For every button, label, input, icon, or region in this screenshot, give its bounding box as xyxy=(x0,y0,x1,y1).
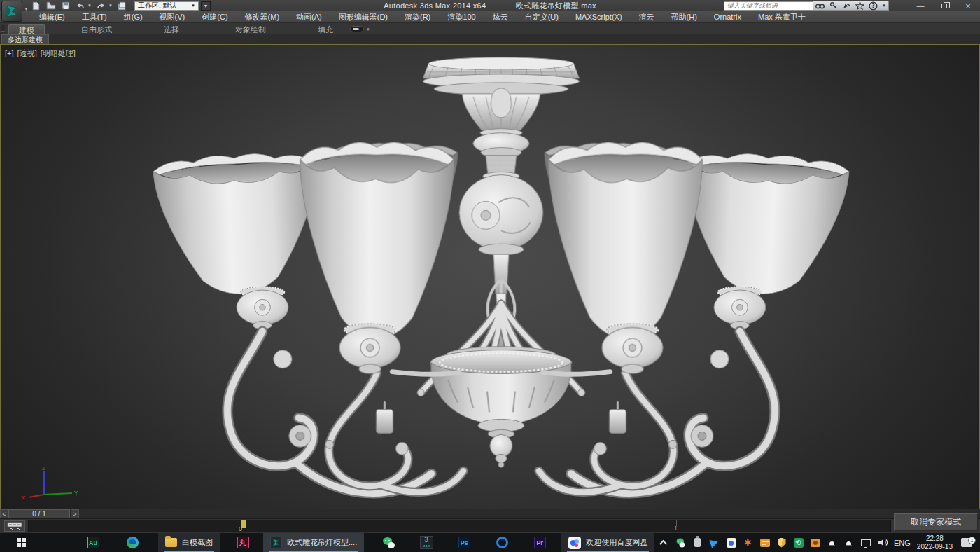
previous-frame-button[interactable]: < xyxy=(0,509,8,518)
mini-curve-editor-button[interactable] xyxy=(4,520,25,532)
save-file-icon[interactable] xyxy=(60,1,71,11)
ribbon-grip[interactable] xyxy=(1,25,5,33)
time-slider-thumb[interactable]: 0 / 1 xyxy=(8,509,70,518)
taskbar-item-blue-ring-app[interactable] xyxy=(486,533,518,552)
qq-icon-2[interactable] xyxy=(844,537,854,548)
redo-caret-icon[interactable]: ▼ xyxy=(108,4,113,8)
taskbar-item-wechat[interactable] xyxy=(372,533,405,552)
network-icon[interactable] xyxy=(860,537,871,548)
taskbar-window-label: 欢迎使用百度网盘 xyxy=(586,537,648,548)
next-frame-button[interactable]: > xyxy=(71,509,79,518)
workspace-selector[interactable]: 工作区: 默认 ▼ ▼ xyxy=(134,1,211,11)
start-button[interactable] xyxy=(6,533,38,552)
menu-rendering[interactable]: 渲染(R) xyxy=(396,11,439,23)
baidu-netdisk-tray-icon[interactable] xyxy=(726,537,736,548)
menu-customize[interactable]: 自定义(U) xyxy=(517,11,567,23)
taskbar-item-wan-toolbox[interactable]: 丸 xyxy=(227,533,259,552)
app-menu-caret-icon[interactable]: ▼ xyxy=(24,6,29,11)
notification-center-icon[interactable]: 1 xyxy=(959,537,974,548)
menu-maxscript[interactable]: MAXScript(X) xyxy=(567,11,631,23)
project-folder-icon[interactable] xyxy=(117,1,127,11)
3dsmax-window: ▼ ▼ ▼ 工作区: 默认 ▼ xyxy=(0,0,980,552)
help-icon[interactable]: ? xyxy=(869,1,878,10)
search-binoculars-icon[interactable] xyxy=(816,1,825,10)
language-indicator[interactable]: ENG xyxy=(894,539,911,547)
ribbon-tab-modeling[interactable]: 建模 xyxy=(8,24,45,34)
docs-arrow-icon[interactable] xyxy=(709,537,720,548)
qq-icon[interactable] xyxy=(827,537,837,548)
taskbar-item-audition[interactable]: Au xyxy=(77,533,109,552)
chandelier-bowl xyxy=(430,347,571,467)
menu-tools[interactable]: 工具(T) xyxy=(74,11,115,23)
wechat-tray-icon[interactable] xyxy=(676,537,686,548)
menu-render100[interactable]: 渲染100 xyxy=(439,11,484,23)
chandelier-shade-right xyxy=(680,151,850,329)
undo-caret-icon[interactable]: ▼ xyxy=(88,4,92,8)
taskbar-clock[interactable]: 22:28 2022-09-13 xyxy=(917,534,953,551)
taskbar-window-label: 欧式雕花吊灯模型.... xyxy=(287,537,357,548)
new-scene-icon[interactable] xyxy=(31,1,41,11)
cancel-expert-mode-button[interactable]: 取消专家模式 xyxy=(894,513,978,531)
ribbon-options-caret-icon[interactable]: ▼ xyxy=(366,27,370,32)
ribbon-tab-populate[interactable]: 填充 xyxy=(308,24,343,34)
axis-x-label: x xyxy=(22,494,26,501)
screenshot-tool-icon[interactable] xyxy=(810,537,820,548)
track-bar[interactable]: 0 1 xyxy=(28,520,891,532)
taskbar-item-screenshot-folder[interactable]: 白模截图 xyxy=(158,533,220,552)
ribbon-minimize-icon[interactable] xyxy=(350,26,364,32)
menu-graph-editors[interactable]: 图形编辑器(D) xyxy=(330,11,396,23)
security-shield-icon[interactable] xyxy=(776,537,787,548)
title-bar[interactable]: ▼ ▼ ▼ 工作区: 默认 ▼ xyxy=(0,0,980,11)
restore-button[interactable] xyxy=(932,0,956,11)
menu-animation[interactable]: 动画(A) xyxy=(288,11,330,23)
workspace-menu-button[interactable]: ▼ xyxy=(201,1,211,11)
sync-icon[interactable]: ⟲ xyxy=(793,537,804,548)
polygon-modeling-panel-tab[interactable]: 多边形建模 xyxy=(1,34,49,44)
application-menu-button[interactable] xyxy=(1,1,22,22)
key-icon[interactable] xyxy=(829,1,838,10)
minimize-button[interactable]: — xyxy=(909,0,932,11)
menu-xuanyun-render[interactable]: 渲云 xyxy=(631,11,663,23)
menu-ornatrix[interactable]: Ornatrix xyxy=(706,11,750,23)
ribbon-panel-row: 多边形建模 xyxy=(0,34,980,44)
menu-xuanyun[interactable]: 炫云 xyxy=(484,11,517,23)
taskbar-item-edge[interactable] xyxy=(116,533,148,552)
undo-icon[interactable] xyxy=(75,1,85,11)
usb-device-icon[interactable] xyxy=(692,537,703,548)
ribbon-tab-freeform[interactable]: 自由形式 xyxy=(71,24,122,34)
bottom-bars: < 0 / 1 > 0 1 取消专家模式 xyxy=(0,509,980,533)
restore-icon xyxy=(941,4,947,8)
pinwheel-icon[interactable]: ✱ xyxy=(743,537,753,548)
clock-date: 2022-09-13 xyxy=(917,543,953,551)
system-tray: ✱ ⟲ ENG 22:28 2022-09-13 1 xyxy=(659,533,980,552)
redo-icon[interactable] xyxy=(96,1,106,11)
open-file-icon[interactable] xyxy=(46,1,56,11)
app-title: Autodesk 3ds Max 2014 x64 xyxy=(384,1,486,10)
chandelier-model[interactable] xyxy=(1,45,979,509)
menu-views[interactable]: 视图(V) xyxy=(151,11,194,23)
perspective-viewport[interactable]: [+] [透视] [明暗处理] xyxy=(0,44,980,509)
communication-center-icon[interactable] xyxy=(842,1,851,10)
favorites-star-icon[interactable] xyxy=(855,1,864,10)
menu-help[interactable]: 帮助(H) xyxy=(663,11,706,23)
ribbon-tab-selection[interactable]: 选择 xyxy=(154,24,189,34)
taskbar-item-baidu-netdisk[interactable]: 欢迎使用百度网盘 xyxy=(561,533,654,552)
close-button[interactable]: × xyxy=(956,0,980,11)
calendar-icon[interactable] xyxy=(760,537,770,548)
infocenter: ? ▼ xyxy=(724,1,889,11)
menu-edit[interactable]: 编辑(E) xyxy=(31,11,74,23)
ribbon-tab-object-paint[interactable]: 对象绘制 xyxy=(225,24,276,34)
menu-group[interactable]: 组(G) xyxy=(115,11,151,23)
menu-antivirus[interactable]: Max 杀毒卫士 xyxy=(750,11,814,23)
volume-icon[interactable] xyxy=(877,537,888,548)
taskbar-item-photoshop[interactable]: Ps xyxy=(448,533,480,552)
help-caret-icon[interactable]: ▼ xyxy=(882,4,886,8)
taskbar-item-3dsmax-app[interactable]: 3 MAX xyxy=(410,533,442,552)
taskbar-item-premiere[interactable]: Pr xyxy=(524,533,556,552)
menu-create[interactable]: 创建(C) xyxy=(193,11,236,23)
taskbar-item-3dsmax[interactable]: 欧式雕花吊灯模型.... xyxy=(263,533,364,552)
menu-modifiers[interactable]: 修改器(M) xyxy=(237,11,288,23)
time-slider[interactable]: < 0 / 1 > xyxy=(0,509,980,519)
tray-chevron-icon[interactable] xyxy=(659,537,669,548)
search-input[interactable] xyxy=(724,1,813,11)
